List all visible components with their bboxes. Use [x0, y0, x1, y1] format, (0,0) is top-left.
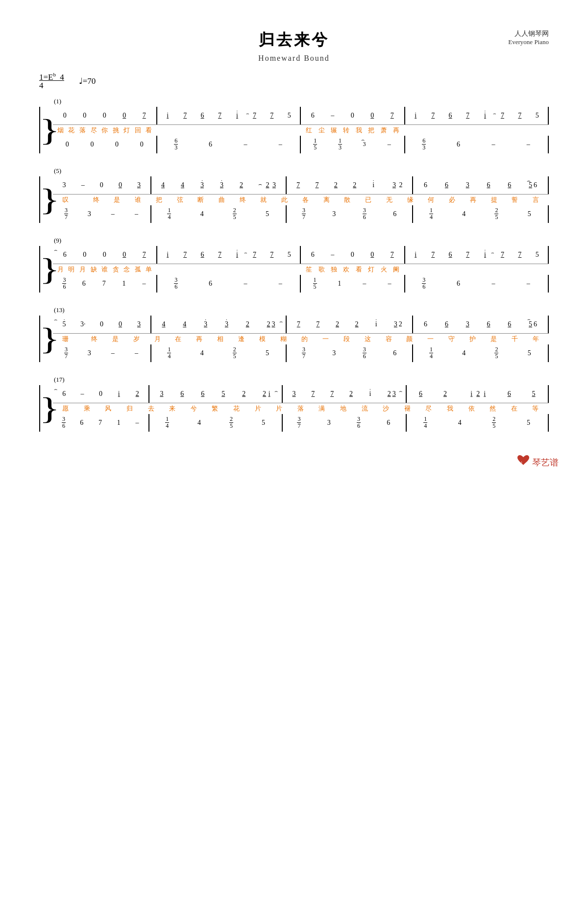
- system-3: (9) } ⌢ 6 0 0 0 7 i: [39, 237, 549, 293]
- tempo-section: 1=Eb 4 4 ♩=70: [39, 72, 549, 91]
- note: 2: [135, 390, 140, 398]
- lyric: 离: [323, 195, 330, 204]
- note: 2: [354, 320, 359, 328]
- lyric-2-1: 叹 终 是 谁 把 弦 断 曲 终 就 此 各 离 散 已: [53, 195, 549, 205]
- note: 7: [431, 112, 436, 120]
- lyric: 花: [68, 126, 74, 135]
- note: 7: [218, 251, 222, 259]
- lyric: 就: [260, 195, 267, 204]
- note: 2: [442, 390, 447, 398]
- measure-1-3: 6 – 0 0 7: [301, 107, 405, 124]
- note: –: [526, 141, 531, 148]
- attribution-line2: Everyone Piano: [508, 38, 549, 46]
- note: i: [117, 390, 122, 398]
- note: i: [413, 112, 418, 120]
- note: 2: [398, 181, 403, 189]
- lyric: 萧: [381, 126, 387, 135]
- note: 3: [465, 320, 470, 328]
- note: 2: [387, 390, 392, 398]
- note: 5: [535, 112, 539, 120]
- note: 6: [533, 320, 538, 328]
- note: 2: [239, 181, 244, 189]
- note: 2: [349, 390, 354, 398]
- note: 7: [431, 251, 436, 259]
- system-label-2: (5): [39, 167, 549, 175]
- note: 3: [392, 390, 396, 398]
- note: 6: [418, 390, 423, 398]
- measure-4-2: 4 4 3 3 2 ⌢ 2 3: [151, 316, 287, 333]
- measure-4-1: ⌢ 5 3· 0 0 3: [53, 316, 151, 333]
- note: 2: [398, 320, 403, 328]
- lyric: 灯: [123, 126, 130, 135]
- bass-1-2: 63 6 – –: [157, 136, 301, 153]
- note: 7: [390, 251, 394, 259]
- bass-3-2: 36 6 – –: [157, 275, 301, 293]
- note: 7: [316, 320, 320, 328]
- measure-1-4: i 7 6 7 i ⌢ 7 7 5: [405, 107, 549, 124]
- note: 6: [486, 181, 491, 189]
- lyric: 誓: [512, 195, 518, 204]
- note: 6: [208, 141, 213, 148]
- note: 5: [531, 390, 536, 398]
- bass-1-3: 15 13 ⌢3 –: [301, 136, 405, 153]
- note: 3: [159, 390, 164, 398]
- note: –: [330, 112, 335, 120]
- lyric: 我: [356, 126, 362, 135]
- bass-row-1: 0 0 0 0 63 6 – – 15 13: [53, 136, 549, 153]
- note: 0: [65, 141, 70, 148]
- measure-3-1: ⌢ 6 0 0 0 7: [53, 246, 157, 264]
- note: 7: [183, 251, 188, 259]
- note: 5: [535, 251, 539, 259]
- lyric: 言: [533, 195, 539, 204]
- note: 6: [448, 112, 453, 120]
- note: 7: [330, 390, 335, 398]
- note: 3: [271, 320, 276, 328]
- note: 0: [115, 141, 120, 148]
- lyric: 弦: [177, 195, 183, 204]
- lyrics-row-1: 烟 花 落 尽 你 挑 灯 回 看 红 尘 辗: [53, 125, 549, 136]
- bass-row-5: 36 6 7 1 – 14 4 25 5 37 3: [53, 414, 549, 432]
- note: 3: [137, 320, 142, 328]
- lyrics-row-2: 叹 终 是 谁 把 弦 断 曲 终 就 此 各 离 散 已: [53, 195, 549, 205]
- note: ⌢ 2 3: [259, 181, 276, 189]
- note: 2: [335, 320, 340, 328]
- note: i: [483, 112, 488, 120]
- lyric: 挑: [113, 126, 119, 135]
- note: 7: [270, 112, 274, 120]
- note: 4: [161, 320, 166, 328]
- note: 7: [466, 251, 470, 259]
- note: 0: [90, 141, 95, 148]
- tempo-key: 1=Eb 4 4: [39, 72, 64, 91]
- measure-5-4: 6 2 i 2 i 6 5: [407, 385, 549, 403]
- note: 3: [292, 390, 296, 398]
- note: 0: [139, 141, 144, 148]
- note: 7: [296, 320, 301, 328]
- note: 3: [393, 320, 398, 328]
- note: 0: [98, 390, 103, 398]
- note: 3: [203, 320, 208, 328]
- note: 2: [262, 390, 267, 398]
- lyric: 何: [428, 195, 434, 204]
- lyric: 缘: [407, 195, 414, 204]
- lyric: 尘: [318, 126, 325, 135]
- bass-note: 13: [338, 138, 342, 151]
- note: –: [80, 390, 85, 398]
- melody-row-1: 0 0 0 0 7 i 7 6 7 i ⌢: [53, 107, 549, 125]
- lyric: 看: [146, 126, 152, 135]
- subtitle: Homeward Bound: [39, 54, 549, 63]
- note: –: [80, 181, 85, 189]
- bass-5-4: 14 4 25 5: [407, 414, 549, 432]
- note: 6: [200, 390, 205, 398]
- lyric-1-2: [157, 125, 301, 136]
- note: i: [483, 251, 488, 259]
- melody-row-3: ⌢ 6 0 0 0 7 i 7 6 7 ⌢ i: [53, 246, 549, 264]
- bass-note: 15: [313, 138, 317, 151]
- measure-5-2: 3 6 6 5 2 ⌢ 2 i: [149, 385, 283, 403]
- note: i: [371, 181, 376, 189]
- note: 7: [183, 112, 188, 120]
- bass-4-3: 37 3 36 6: [287, 344, 413, 362]
- note: 7: [142, 112, 147, 120]
- measure-1-2: i 7 6 7 i ⌢ 7 7 5: [157, 107, 301, 124]
- note: –: [243, 141, 248, 148]
- lyric: 红: [306, 126, 312, 135]
